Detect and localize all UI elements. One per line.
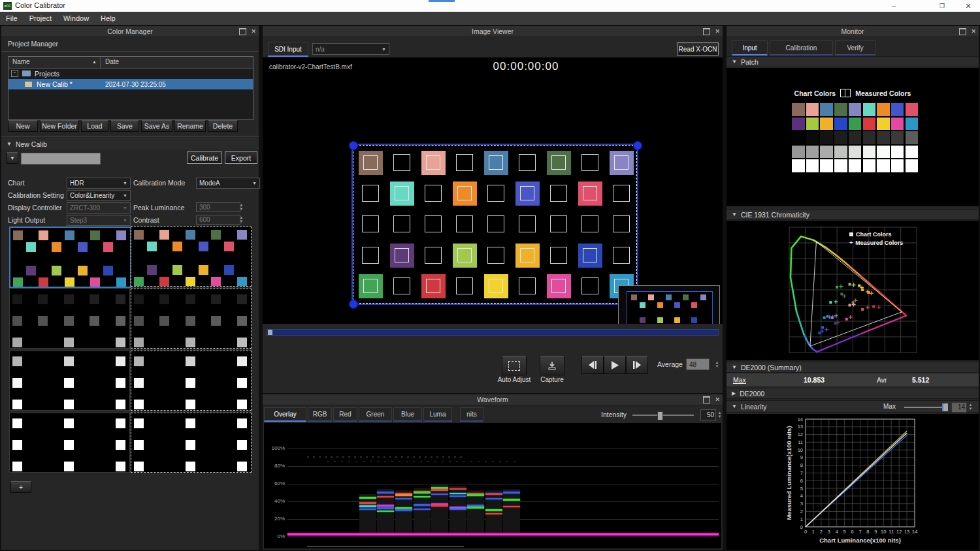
restore-button[interactable]: ❐ [933,1,951,11]
chart-cell-inner-outline [363,155,378,170]
save-as-button[interactable]: Save As [141,120,172,132]
sort-asc-icon[interactable]: ▲ [92,59,97,64]
export-button[interactable]: Export [225,151,257,164]
patch-section-header[interactable]: ▼Patch [727,56,979,67]
chart-thumbnail-gray-6[interactable] [9,413,130,473]
capture-label: Capture [537,376,567,383]
viewer-canvas[interactable]: calibrator-v2-ChartTestB.mxf 00:00:00:00… [263,57,723,324]
chart-patch [12,418,22,428]
intensity-slider[interactable] [632,415,694,416]
play-button[interactable] [604,356,626,374]
seek-bar[interactable] [267,329,719,336]
menu-window[interactable]: Window [57,12,95,25]
new-button[interactable]: New [8,120,38,132]
close-button[interactable]: ✕ [959,1,977,11]
calibration-mode-dropdown[interactable]: ModeA▼ [196,178,260,189]
tree-row-projects[interactable]: − Projects [8,69,253,78]
close-icon[interactable]: ✕ [715,27,720,36]
monitor-tab-verify[interactable]: Verify [835,40,875,55]
intensity-stepper[interactable]: ▲▼ [716,409,723,420]
new-folder-button[interactable]: New Folder [40,120,79,132]
chart-thumbnail-gray-5[interactable] [131,351,252,411]
menu-help[interactable]: Help [95,12,122,25]
linearity-max-slider[interactable] [904,407,945,408]
tree-row-new-calib[interactable]: New Calib * 2024-07-30 23:25:05 [8,79,253,89]
auto-adjust-button[interactable] [502,356,527,375]
rename-button[interactable]: Rename [174,120,206,132]
calib-dropdown-button[interactable]: ▼ [7,152,18,164]
waveform-tab-blue[interactable]: Blue [393,407,422,422]
cie-section-header[interactable]: ▼CIE 1931 Chromaticity [727,209,979,220]
waveform-tab-luma[interactable]: Luma [423,407,452,422]
waveform-segment [485,509,502,511]
waveform-cluster-column [414,488,431,534]
linearity-max-value[interactable]: 14 [951,402,967,413]
chart-thumbnail-gray-2[interactable] [9,289,130,349]
selection-handle-tr[interactable] [633,141,642,150]
waveform-tab-green[interactable]: Green [359,407,392,422]
menu-project[interactable]: Project [24,12,57,25]
add-chart-button[interactable]: + [10,481,31,493]
chart-patch [691,317,697,323]
chart-selection[interactable] [353,145,637,304]
close-icon[interactable]: ✕ [715,395,720,404]
selection-handle-tl[interactable] [349,141,358,150]
close-icon[interactable]: ✕ [251,27,256,36]
float-icon[interactable] [959,28,966,35]
average-stepper[interactable]: ▲▼ [713,358,721,371]
de2000-section-header[interactable]: ▶DE2000 [727,388,979,399]
step-forward-button[interactable] [626,356,648,374]
calibrate-button[interactable]: Calibrate [187,151,222,164]
de2000-summary-header[interactable]: ▼DE2000 (Summary) [727,362,979,373]
calibration-setting-dropdown[interactable]: Color&Linearity▼ [67,190,131,201]
save-button[interactable]: Save [110,120,139,132]
chart-patch [52,266,61,276]
minimize-button[interactable]: – [885,1,903,11]
seek-handle[interactable] [268,330,272,335]
linearity-series-reference-white [806,433,907,527]
linearity-section-header[interactable]: ▼Linearity Max 14 ▲▼ [727,400,979,413]
average-value[interactable]: 48 [686,358,710,370]
float-icon[interactable] [703,28,710,35]
new-calib-section-header[interactable]: ▼ New Calib [1,138,259,150]
chart-thumbnail-gray-3[interactable] [131,289,252,349]
sdi-input-tab[interactable]: SDI Input [268,42,308,57]
peak-luminance-stepper[interactable]: ▲▼ [238,202,245,212]
menu-file[interactable]: File [0,12,24,25]
chart-dropdown[interactable]: HDR▼ [67,178,131,189]
svg-text:7: 7 [858,529,861,535]
intensity-value[interactable]: 50 [700,409,716,420]
column-date[interactable]: Date [105,58,119,65]
delete-button[interactable]: Delete [208,120,238,132]
monitor-tab-calibration[interactable]: Calibration [770,40,833,55]
patch-swatch [806,103,819,116]
chart-patch [237,440,247,450]
close-icon[interactable]: ✕ [971,27,976,36]
waveform-tab-rgb[interactable]: RGB [308,407,332,422]
step-back-button[interactable] [581,356,604,374]
waveform-tab-overlay[interactable]: Overlay [264,407,306,422]
waveform-tab-nits[interactable]: nits [460,407,483,422]
contrast-stepper[interactable]: ▲▼ [238,214,245,225]
source-dropdown[interactable]: n/a▼ [312,43,389,55]
tree-collapse-icon[interactable]: − [11,70,18,77]
float-icon[interactable] [239,28,246,35]
chart-thumbnail-color-1[interactable] [131,227,252,287]
capture-button[interactable] [540,356,564,375]
float-icon[interactable] [703,396,710,403]
linearity-slider-handle[interactable] [942,403,948,411]
load-button[interactable]: Load [81,120,108,132]
chart-thumbnail-gray-4[interactable] [9,351,130,411]
linearity-max-stepper[interactable]: ▲▼ [967,401,974,412]
intensity-slider-handle[interactable] [657,411,663,420]
waveform-scope: 0%20%40%60%80%100% [264,423,721,548]
selection-handle-bl[interactable] [349,300,358,309]
chart-thumbnail-color-0[interactable] [9,227,131,288]
chart-thumbnail-gray-7[interactable] [131,413,252,473]
column-name[interactable]: Name [12,58,30,65]
read-xocn-button[interactable]: Read X-OCN [677,42,719,55]
calib-name-input[interactable] [21,153,101,165]
waveform-tab-red[interactable]: Red [333,407,357,422]
chart-cell-color [390,181,414,206]
monitor-tab-input[interactable]: Input [732,40,768,55]
